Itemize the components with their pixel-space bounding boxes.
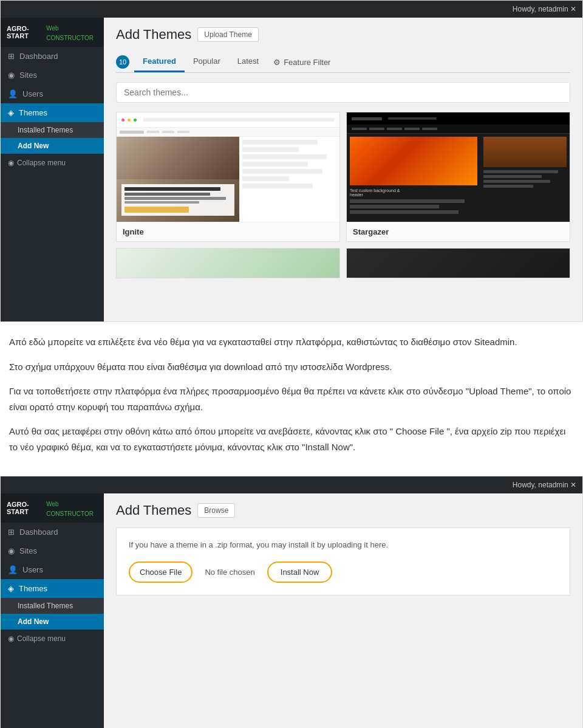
gear-icon: ⚙ [273,58,281,67]
logo-constructor: CONSTRUCTOR [46,35,94,41]
sidebar-link-themes-bottom[interactable]: ◈ Themes [1,579,104,598]
sidebar-item-dashboard-bottom[interactable]: ⊞ Dashboard [1,523,104,541]
ignite-theme-name: Ignite [117,222,339,241]
users-icon-bottom: 👤 [8,565,18,574]
users-label-bottom: Users [22,565,43,574]
sidebar-link-sites-bottom[interactable]: ◉ Sites [1,541,104,560]
sidebar-logo-bottom: AGRO-START Web CONSTRUCTOR [1,493,104,523]
main-content-bottom: Add Themes Browse If you have a theme in… [104,493,582,728]
submenu-installed-themes[interactable]: Installed Themes [1,122,104,138]
page-title-top: Add Themes [116,27,191,43]
sidebar-link-themes[interactable]: ◈ Themes [1,103,104,122]
upload-area: If you have a theme in a .zip format, yo… [116,527,570,596]
sidebar-label-users: Users [22,89,43,98]
submenu-link-installed-bottom[interactable]: Installed Themes [1,598,104,614]
ignite-header [117,112,339,128]
sidebar-item-dashboard[interactable]: ⊞ Dashboard [1,47,104,66]
ignite-body [117,137,339,222]
tab-featured[interactable]: Featured [134,52,185,72]
sidebar-link-sites[interactable]: ◉ Sites [1,66,104,84]
stargazer-aside-image [483,137,567,167]
paragraph-3: Για να τοποθετήσετε στην πλατφόρμα ένα π… [9,383,574,414]
ignite-hero-image [117,137,239,179]
stargazer-aside-text1 [483,170,558,173]
main-content-top: Add Themes Upload Theme 10 Featured Popu… [104,18,582,321]
stargazer-nav-item3 [387,128,402,130]
collapse-label-bottom: Collapse menu [17,634,66,643]
upload-controls: Choose File No file chosen Install Now [129,561,557,583]
collapse-menu-button[interactable]: ◉ Collapse menu [1,154,104,172]
logo-web: Web [46,25,58,32]
ignite-cta-btn [124,207,189,213]
submenu-add-new[interactable]: Add New [1,138,104,154]
sites-label-bottom: Sites [19,546,37,555]
sidebar-submenu-bottom: Installed Themes Add New [1,598,104,630]
sidebar-item-sites[interactable]: ◉ Sites [1,66,104,84]
ignite-nav-logo [120,131,144,134]
sidebar-item-users[interactable]: 👤 Users [1,84,104,103]
browse-button[interactable]: Browse [197,503,235,518]
ignite-sidebar-item1 [242,140,318,145]
tab-popular[interactable]: Popular [185,52,229,72]
paragraph-4: Αυτό θα σας μεταφέρει στην οθόνη κάτω απ… [9,424,574,455]
upload-info-text: If you have a theme in a .zip format, yo… [129,540,557,549]
ignite-sidebar [239,137,339,222]
sidebar-menu: ⊞ Dashboard ◉ Sites 👤 Users [1,47,104,154]
stargazer-aside-img-fill [483,137,567,167]
install-now-button[interactable]: Install Now [267,561,333,583]
sidebar-top: AGRO-START Web CONSTRUCTOR ⊞ Dashboard ◉ [1,18,104,321]
ignite-url-bar [143,118,335,122]
sidebar-link-dashboard[interactable]: ⊞ Dashboard [1,47,104,66]
collapse-label: Collapse menu [17,159,66,167]
ignite-nav-item3 [177,131,189,133]
post-title-bar3 [124,197,226,200]
screenshot-top: Howdy, netadmin ✕ AGRO-START Web CONSTRU… [0,0,583,322]
theme-card-ignite: Ignite [116,112,340,242]
sites-icon-bottom: ◉ [8,546,15,555]
upload-theme-button[interactable]: Upload Theme [197,27,259,42]
stargazer-aside-text4 [483,185,533,188]
stargazer-caption: Test custom background &header [350,188,477,197]
post-title-bar2 [124,193,210,196]
page-title-bottom: Add Themes [116,503,191,518]
search-bar [116,82,570,103]
logo-constructor-bottom: CONSTRUCTOR [46,510,94,517]
sidebar-item-themes-bottom[interactable]: ◈ Themes Installed Themes Add New [1,579,104,630]
submenu-add-new-bottom[interactable]: Add New [1,614,104,630]
sidebar-link-users[interactable]: 👤 Users [1,84,104,103]
tab-latest[interactable]: Latest [229,52,267,72]
stargazer-text2 [350,205,439,208]
ignite-sidebar-item6 [242,176,290,181]
theme-card-stargazer: Test custom background &header [346,112,570,242]
sidebar-link-dashboard-bottom[interactable]: ⊞ Dashboard [1,523,104,541]
tab-feature-filter[interactable]: ⚙ Feature Filter [273,58,330,67]
no-file-chosen-text: No file chosen [205,568,254,577]
stargazer-nav-item4 [404,128,420,130]
submenu-installed-bottom[interactable]: Installed Themes [1,598,104,614]
screenshot-bottom-inner: AGRO-START Web CONSTRUCTOR ⊞ Dashboard ◉ [1,493,582,728]
ignite-preview [117,112,339,222]
add-new-label: Add New [18,142,49,150]
stargazer-text1 [350,199,465,203]
sidebar-submenu-themes: Installed Themes Add New [1,122,104,154]
collapse-menu-button-bottom[interactable]: ◉ Collapse menu [1,630,104,648]
submenu-link-installed[interactable]: Installed Themes [1,122,104,138]
users-icon: 👤 [8,89,18,98]
sidebar-item-users-bottom[interactable]: 👤 Users [1,560,104,579]
choose-file-button[interactable]: Choose File [129,561,193,583]
sidebar-item-sites-bottom[interactable]: ◉ Sites [1,541,104,560]
ignite-nav-item2 [162,131,174,133]
sidebar-item-themes[interactable]: ◈ Themes Installed Themes Add New [1,103,104,154]
sites-icon: ◉ [8,70,15,80]
stargazer-body: Test custom background &header [347,134,570,222]
sidebar-link-users-bottom[interactable]: 👤 Users [1,560,104,579]
themes-label-bottom: Themes [19,584,47,593]
search-themes-input[interactable] [116,82,570,103]
stargazer-nav-item5 [422,128,437,130]
stargazer-nav-item2 [369,128,384,130]
submenu-link-add-new[interactable]: Add New [1,138,104,154]
submenu-link-add-new-bottom[interactable]: Add New [1,614,104,630]
dot-yellow [128,118,131,122]
howdy-text-top: Howdy, netadmin [513,5,568,13]
page-title-bar-bottom: Add Themes Browse [116,503,570,518]
